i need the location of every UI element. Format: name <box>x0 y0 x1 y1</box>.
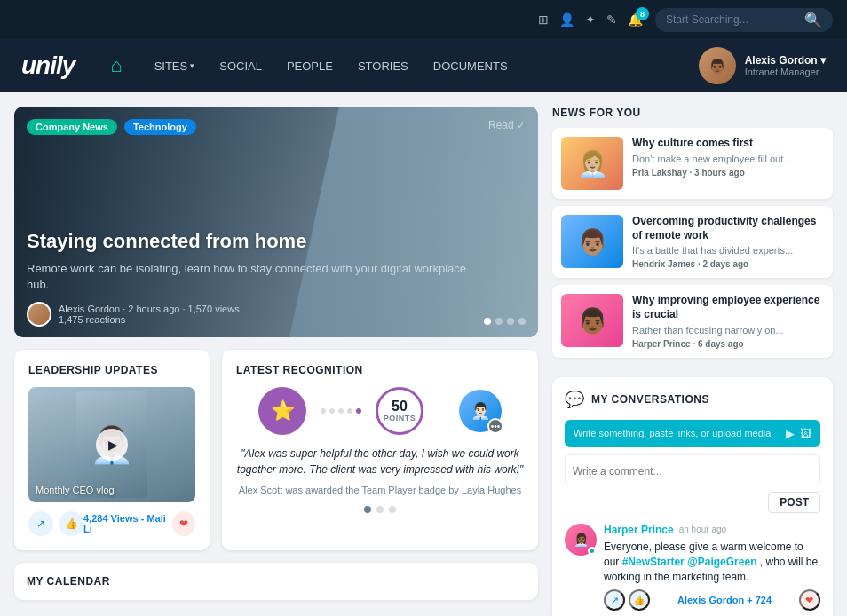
bottom-section: LEADERSHIP UPDATES 👨🏾‍💼 ▶ Monthly CEO vl… <box>14 350 538 550</box>
news-author-1: Pria Lakshay <box>632 168 687 178</box>
user-name[interactable]: Alexis Gordon ▾ <box>745 54 826 67</box>
message-text: Everyone, please give a warm welcome to … <box>604 540 820 584</box>
calendar-title: MY CALENDAR <box>27 575 526 588</box>
grid-icon[interactable]: ⊞ <box>538 12 549 27</box>
hashtag-newstarter[interactable]: #NewStarter <box>622 556 685 568</box>
search-icon[interactable]: 🔍 <box>804 12 822 28</box>
right-column: NEWS FOR YOU 👩🏼‍💼 Why culture comes firs… <box>552 107 833 616</box>
search-bar[interactable]: 🔍 <box>655 8 833 32</box>
user-role: Intranet Manager <box>745 67 826 77</box>
recognition-attribution: Alex Scott was awarded the Team Player b… <box>239 485 521 495</box>
message-author[interactable]: Harper Prince <box>604 524 674 536</box>
star-icon[interactable]: ✦ <box>585 12 596 27</box>
hero-reactions: 1,475 reactions <box>59 314 125 325</box>
recognition-title: LATEST RECOGNITION <box>236 364 524 376</box>
search-input[interactable] <box>666 13 799 26</box>
hero-dot-2[interactable] <box>495 318 503 325</box>
news-title-2: Overcoming productivity challenges of re… <box>632 215 824 242</box>
points-label: POINTS <box>384 414 416 423</box>
logo[interactable]: unily <box>21 51 75 80</box>
chevron-down-icon: ▾ <box>190 61 194 70</box>
top-bar-icons: ⊞ 👤 ✦ ✎ 🔔 8 <box>538 12 643 27</box>
video-thumbnail[interactable]: 👨🏾‍💼 ▶ Monthly CEO vlog <box>28 387 195 502</box>
mention-paigegreen[interactable]: @PaigeGreen <box>687 556 756 568</box>
recognition-card: LATEST RECOGNITION ⭐ 50 PO <box>222 350 538 550</box>
news-excerpt-2: It's a battle that has divided experts..… <box>632 244 824 257</box>
user-icon[interactable]: 👤 <box>559 12 574 27</box>
video-label: Monthly CEO vlog <box>36 485 115 495</box>
news-title-1: Why culture comes first <box>632 137 824 151</box>
recognition-pagination <box>364 506 396 513</box>
news-item-3[interactable]: 👨🏾 Why improving employee experience is … <box>552 285 833 357</box>
tag-technology[interactable]: Technology <box>124 119 196 135</box>
heart-button[interactable]: ❤ <box>172 511 195 536</box>
news-time-3: 6 days ago <box>698 339 744 349</box>
notification-icon[interactable]: 🔔 8 <box>628 12 643 27</box>
hero-title: Staying connected from home <box>27 230 485 253</box>
recog-dot-4 <box>347 408 352 414</box>
share-button[interactable]: ↗ <box>28 511 53 536</box>
conversation-message: 👩🏾‍💼 Harper Prince an hour ago Everyone,… <box>565 524 820 611</box>
conversations-header: 💬 MY CONVERSATIONS <box>565 390 820 409</box>
hero-author-avatar <box>27 302 51 327</box>
reactions-author[interactable]: Alexis Gordon + 724 <box>677 595 772 605</box>
message-share-button[interactable]: ↗ <box>604 589 625 611</box>
like-button[interactable]: 👍 <box>59 511 83 536</box>
recog-page-1[interactable] <box>364 506 371 513</box>
left-column: Company News Technology Read ✓ Staying c… <box>14 107 538 616</box>
nav-item-social[interactable]: SOCIAL <box>209 52 273 80</box>
recog-dot-1 <box>321 408 326 414</box>
recognition-quote: "Alex was super helpful the other day, I… <box>236 446 524 478</box>
card-footer: ↗ 👍 4,284 Views - Mali Li ❤ <box>28 511 195 536</box>
post-row: POST <box>565 492 820 513</box>
nav-item-documents[interactable]: DOCUMENTS <box>423 52 518 80</box>
conversations-card: 💬 MY CONVERSATIONS Write something, past… <box>552 377 833 616</box>
avatar-image: 👨🏾 <box>699 47 736 84</box>
news-author-2: Hendrix James <box>632 259 695 269</box>
user-avatar[interactable]: 👨🏾 <box>699 47 736 84</box>
conversations-input-bar[interactable]: Write something, paste links, or upload … <box>565 420 820 447</box>
nav-item-people[interactable]: PEOPLE <box>276 52 344 80</box>
edit-icon[interactable]: ✎ <box>606 12 617 27</box>
news-excerpt-1: Don't make a new employee fill out... <box>632 153 824 165</box>
views-info: 4,284 Views - Mali Li <box>83 513 172 534</box>
news-section-title: NEWS FOR YOU <box>552 107 833 119</box>
news-info-1: Why culture comes first Don't make a new… <box>632 137 824 190</box>
video-upload-icon[interactable]: ▶ <box>786 427 795 440</box>
points-circle: 50 POINTS <box>376 387 424 435</box>
user-info: Alexis Gordon ▾ Intranet Manager <box>745 54 826 77</box>
hero-content: Staying connected from home Remote work … <box>27 230 485 293</box>
message-heart-button[interactable]: ❤ <box>799 589 820 611</box>
input-bar-icons: ▶ 🖼 <box>786 427 811 440</box>
leadership-title: LEADERSHIP UPDATES <box>28 364 195 376</box>
news-thumb-1: 👩🏼‍💼 <box>561 137 623 190</box>
news-author-3: Harper Prince <box>632 339 691 349</box>
post-button[interactable]: POST <box>768 492 820 513</box>
news-meta-3: Harper Prince · 6 days ago <box>632 339 824 349</box>
news-thumb-2: 👨🏽 <box>561 215 623 268</box>
logo-text: unily <box>21 51 75 79</box>
home-icon[interactable]: ⌂ <box>110 54 122 77</box>
nav-items: SITES ▾ SOCIAL PEOPLE STORIES DOCUMENTS <box>144 52 699 80</box>
recog-page-3[interactable] <box>389 506 396 513</box>
image-upload-icon[interactable]: 🖼 <box>800 427 811 440</box>
hero-dot-4[interactable] <box>518 318 526 325</box>
play-button[interactable]: ▶ <box>96 429 128 461</box>
comment-input[interactable] <box>573 465 812 478</box>
tag-company-news[interactable]: Company News <box>27 119 117 135</box>
recog-page-2[interactable] <box>376 506 384 513</box>
comment-area[interactable] <box>565 454 820 486</box>
conversations-icon: 💬 <box>565 390 584 409</box>
news-item-1[interactable]: 👩🏼‍💼 Why culture comes first Don't make … <box>552 128 833 199</box>
recog-dots <box>321 408 361 414</box>
hero-dot-1[interactable] <box>484 318 491 325</box>
nav-item-sites[interactable]: SITES ▾ <box>144 52 206 80</box>
recog-more-icon[interactable]: ••• <box>487 418 503 434</box>
news-time-1: 3 hours ago <box>694 168 745 178</box>
message-like-button[interactable]: 👍 <box>629 589 650 611</box>
news-item-2[interactable]: 👨🏽 Overcoming productivity challenges of… <box>552 206 833 278</box>
nav-item-stories[interactable]: STORIES <box>347 52 419 80</box>
news-person-3: 👨🏾 <box>561 294 623 347</box>
nav-right: 👨🏾 Alexis Gordon ▾ Intranet Manager <box>699 47 826 84</box>
hero-dot-3[interactable] <box>507 318 514 325</box>
